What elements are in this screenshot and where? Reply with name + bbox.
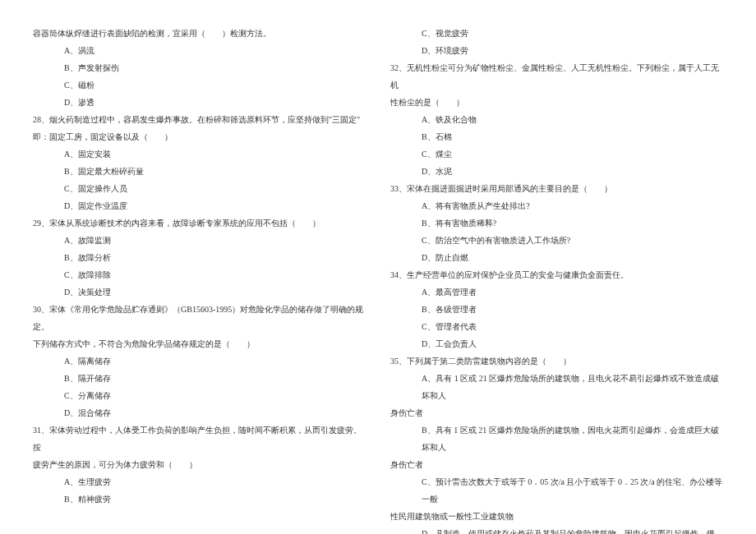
option-line: C、磁粉 [33, 76, 366, 94]
left-column: 容器筒体纵焊缝进行表面缺陷的检测，宜采用（ ）检测方法。A、涡流B、声发射探伤C… [33, 25, 366, 534]
option-line: A、最高管理者 [390, 283, 723, 301]
option-line: C、分离储存 [33, 387, 366, 404]
question-line: 即：固定工房，固定设备以及（ ） [33, 128, 366, 145]
option-line: A、故障监测 [33, 232, 366, 249]
question-line: 容器筒体纵焊缝进行表面缺陷的检测，宜采用（ ）检测方法。 [33, 25, 366, 42]
option-line: B、故障分析 [33, 249, 366, 266]
question-line: 29、宋体从系统诊断技术的内容来看，故障诊断专家系统的应用不包括（ ） [33, 214, 366, 232]
question-line: 31、宋体劳动过程中，人体受工作负荷的影响产生负担，随时间不断积累，从而引发疲劳… [33, 421, 366, 456]
option-line: C、煤尘 [390, 145, 723, 163]
option-line: C、视觉疲劳 [390, 25, 723, 42]
option-line: C、管理者代表 [390, 318, 723, 335]
question-line: 30、宋体《常用化学危险品贮存通则》（GB15603-1995）对危险化学品的储… [33, 301, 366, 335]
question-line: 身伤亡者 [390, 404, 723, 421]
option-line: D、环境疲劳 [390, 42, 723, 59]
option-line: A、隔离储存 [33, 352, 366, 370]
option-line: B、将有害物质稀释? [390, 214, 723, 232]
option-line: B、各级管理者 [390, 301, 723, 318]
option-line: A、生理疲劳 [33, 473, 366, 490]
option-line: D、工会负责人 [390, 335, 723, 352]
option-line: C、防治空气中的有害物质进入工作场所? [390, 232, 723, 249]
option-line: A、具有 1 区或 21 区爆炸危险场所的建筑物，且电火花不易引起爆炸或不致造成… [390, 370, 723, 404]
option-line: A、将有害物质从产生处排出? [390, 197, 723, 214]
option-line: A、固定安装 [33, 145, 366, 163]
page-content: 容器筒体纵焊缝进行表面缺陷的检测，宜采用（ ）检测方法。A、涡流B、声发射探伤C… [0, 0, 756, 534]
option-line: D、决策处理 [33, 283, 366, 301]
option-line: D、防止自燃 [390, 249, 723, 266]
question-line: 35、下列属于第二类防雷建筑物内容的是（ ） [390, 352, 723, 370]
option-line: B、石棉 [390, 128, 723, 145]
question-line: 疲劳产生的原因，可分为体力疲劳和（ ） [33, 456, 366, 473]
option-line: A、铁及化合物 [390, 111, 723, 128]
option-line: C、预计雷击次数大于或等于 0．05 次/a 且小于或等于 0．25 次/a 的… [390, 473, 723, 508]
question-line: 身伤亡者 [390, 456, 723, 473]
question-line: 性民用建筑物或一般性工业建筑物 [390, 508, 723, 525]
option-line: D、混合储存 [33, 404, 366, 421]
option-line: B、固定最大粉碎药量 [33, 163, 366, 180]
option-line: D、水泥 [390, 163, 723, 180]
question-line: 28、烟火药制造过程中，容易发生爆炸事故。在粉碎和筛选原料环节，应坚持做到"三固… [33, 111, 366, 128]
right-column: C、视觉疲劳D、环境疲劳32、无机性粉尘可分为矿物性粉尘、金属性粉尘、人工无机性… [390, 25, 723, 534]
question-line: 性粉尘的是（ ） [390, 94, 723, 111]
option-line: D、凡制造、使用或储存火炸药及其制品的危险建筑物，因电火花而引起爆炸、爆裂，会造 [390, 525, 723, 534]
option-line: A、涡流 [33, 42, 366, 59]
option-line: C、固定操作人员 [33, 180, 366, 197]
option-line: B、具有 1 区或 21 区爆炸危险场所的建筑物，因电火花而引起爆炸，会造成巨大… [390, 421, 723, 456]
option-line: B、精神疲劳 [33, 490, 366, 508]
question-line: 33、宋体在掘进面掘进时采用局部通风的主要目的是（ ） [390, 180, 723, 197]
option-line: B、声发射探伤 [33, 59, 366, 76]
option-line: B、隔开储存 [33, 370, 366, 387]
question-line: 下列储存方式中，不符合为危险化学品储存规定的是（ ） [33, 335, 366, 352]
question-line: 34、生产经营单位的应对保护企业员工的安全与健康负全面责任。 [390, 266, 723, 283]
option-line: D、固定作业温度 [33, 197, 366, 214]
option-line: D、渗透 [33, 94, 366, 111]
option-line: C、故障排除 [33, 266, 366, 283]
question-line: 32、无机性粉尘可分为矿物性粉尘、金属性粉尘、人工无机性粉尘。下列粉尘，属于人工… [390, 59, 723, 94]
